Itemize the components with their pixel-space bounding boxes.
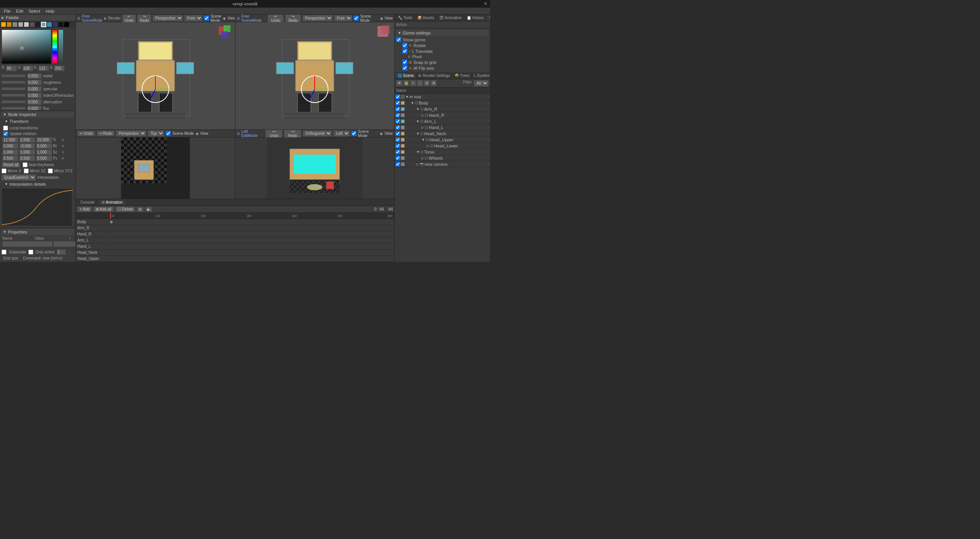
rt-z-input[interactable] <box>36 143 52 149</box>
tree-expand-hand-r[interactable]: ▷ <box>421 113 424 117</box>
pv-close[interactable]: ✕ <box>61 156 64 160</box>
tree-expand-root[interactable]: ▼ <box>405 95 409 99</box>
prop-slider-ior[interactable] <box>2 94 26 97</box>
tree-expand-new-camera[interactable]: ▷ <box>416 162 419 166</box>
only-active-check[interactable] <box>28 250 33 255</box>
mirror-xz-label[interactable]: Mirror XZ <box>24 168 46 173</box>
prop-value-flux[interactable] <box>27 106 42 111</box>
scene-icon-del[interactable]: − <box>417 80 423 86</box>
tree-vis-body[interactable] <box>395 101 400 105</box>
tr-z-input[interactable] <box>36 137 52 143</box>
flip-check[interactable] <box>402 65 407 70</box>
track-arm-r-lane[interactable] <box>110 225 394 231</box>
curve-area[interactable] <box>2 188 72 226</box>
tree-vis-arm-l[interactable] <box>395 119 400 124</box>
add-all-btn[interactable]: ⊞ Add all <box>93 206 114 212</box>
vp-bl-content[interactable] <box>76 137 235 199</box>
tree-item-head-lower[interactable]: ▷ ⬡ Head_Lower › <box>395 143 490 149</box>
right-tab-animation[interactable]: 🎬 Animation <box>437 15 464 20</box>
tree-item-hand-l[interactable]: ▷ ⬡ Hand_L › <box>395 124 490 131</box>
palette-cell[interactable] <box>12 22 18 27</box>
tree-item-head-upper[interactable]: ▼ ⬡ Head_Upper › <box>395 137 490 143</box>
menu-edit[interactable]: Edit <box>14 8 26 14</box>
track-head-upper-lane[interactable] <box>110 256 394 261</box>
update-children-check[interactable] <box>3 131 8 136</box>
track-body-lane[interactable] <box>110 219 394 225</box>
palette-cell[interactable] <box>35 22 41 27</box>
palette-cell[interactable] <box>29 22 35 27</box>
tree-vis-torso[interactable] <box>395 150 400 154</box>
palette-cell[interactable] <box>1 22 6 27</box>
filter-select[interactable]: All <box>474 80 488 87</box>
tr-y-input[interactable] <box>19 137 35 143</box>
prop-value-ior[interactable] <box>27 93 42 98</box>
tree-item-arm-r[interactable]: ▼ ⬡ Arm_R › <box>395 106 490 112</box>
vp-br-content[interactable] <box>235 137 395 199</box>
property-name-input[interactable] <box>2 241 52 247</box>
snap-check[interactable] <box>402 60 407 65</box>
vp-tl-content[interactable] <box>76 22 235 129</box>
rotate-check[interactable] <box>402 43 407 48</box>
tree-expand-torso[interactable]: ▼ <box>416 150 420 154</box>
tree-item-new-camera[interactable]: ▷ 📷 new camera › <box>395 161 490 167</box>
tree-vis-new-camera[interactable] <box>395 162 400 167</box>
tree-item-wheels[interactable]: ▷ ⬡ Wheels › <box>395 155 490 161</box>
vp-br-left-select[interactable]: Left <box>333 130 350 137</box>
pv-z-input[interactable] <box>36 155 52 161</box>
track-head-neck-lane[interactable] <box>110 250 394 255</box>
vp-bl-top-select[interactable]: Top <box>148 130 164 137</box>
property-value-input[interactable] <box>53 241 76 247</box>
mirror-xyz-check[interactable] <box>48 168 53 173</box>
gizmo-header[interactable]: ▼ Gizmo settings <box>396 30 488 36</box>
reset-all-button[interactable]: Reset all <box>2 162 20 168</box>
tab-console[interactable]: Console <box>77 200 98 205</box>
sc-z-input[interactable] <box>36 149 52 155</box>
rt-close[interactable]: ✕ <box>61 144 64 148</box>
color-r-input[interactable]: 86 <box>6 65 17 71</box>
vp-tr-perspective-select[interactable]: Perspective <box>302 15 333 21</box>
tree-expand-arm-l[interactable]: ▼ <box>416 119 420 123</box>
tree-item-body[interactable]: ▼ ⬡ Body › <box>395 100 490 106</box>
snap-row[interactable]: ⊞ Snap to grid <box>396 59 488 65</box>
auto-keyframe-label[interactable]: Auto Keyframe <box>23 162 54 167</box>
scene-tab-scene[interactable]: 🌐 Scene <box>395 73 416 78</box>
rotate-row[interactable]: ↻ Rotate <box>396 42 488 48</box>
prop-slider-roughness[interactable] <box>2 81 26 84</box>
color-b-input[interactable]: 115 <box>38 65 49 71</box>
track-hand-r-lane[interactable] <box>110 231 394 237</box>
scene-tab-lsystem[interactable]: L-System <box>472 73 490 78</box>
vp-bl-undo[interactable]: ↩ Undo <box>77 131 95 136</box>
update-children-row[interactable]: Update children <box>2 131 74 137</box>
vp-br-ortho-select[interactable]: Orthogonal <box>303 130 332 137</box>
tree-vis-wheels[interactable] <box>395 156 400 160</box>
scene-icon-lock[interactable]: 🔒 <box>403 80 409 86</box>
vp-tr-scene-check[interactable] <box>354 16 359 21</box>
tr-x-input[interactable] <box>2 137 18 143</box>
mirror-xz-check[interactable] <box>24 168 29 173</box>
scene-icon-eye[interactable]: 👁 <box>396 80 402 86</box>
color-gradient[interactable] <box>2 29 51 64</box>
scene-icon-add[interactable]: + <box>410 80 416 86</box>
interp-select[interactable]: QuadEaseInOut Linear Ease <box>2 174 36 181</box>
translate-row[interactable]: ↕ L Translate <box>396 48 488 54</box>
tree-vis-root[interactable] <box>395 95 400 99</box>
rt-x-input[interactable] <box>2 143 18 149</box>
grayscale-check[interactable] <box>2 250 7 255</box>
vp-bl-perspective-select[interactable]: Perspective <box>116 130 146 137</box>
right-tab-camera[interactable]: 📷 Camera <box>487 15 490 20</box>
prop-value-roughness[interactable] <box>27 80 42 85</box>
mirror-x-check[interactable] <box>2 168 7 173</box>
tree-item-arm-l[interactable]: ▼ ⬡ Arm_L › <box>395 118 490 124</box>
scene-tab-trees[interactable]: 🌳 Trees <box>452 73 472 78</box>
rt-y-input[interactable] <box>19 143 35 149</box>
vp-bl-redo[interactable]: ↪ Redo <box>97 131 115 136</box>
pivot-row[interactable]: ⊙ Pivot <box>396 54 488 59</box>
tree-expand-wheels[interactable]: ▷ <box>421 156 424 160</box>
tree-expand-hand-l[interactable]: ▷ <box>421 126 424 129</box>
tree-item-root[interactable]: ▼ 🗁 root › <box>395 94 490 100</box>
pv-y-input[interactable] <box>19 155 35 161</box>
tree-expand-arm-r[interactable]: ▼ <box>416 107 420 111</box>
menu-help[interactable]: Help <box>43 8 57 14</box>
palette-cell[interactable] <box>52 22 58 27</box>
palette-cell[interactable] <box>7 22 12 27</box>
